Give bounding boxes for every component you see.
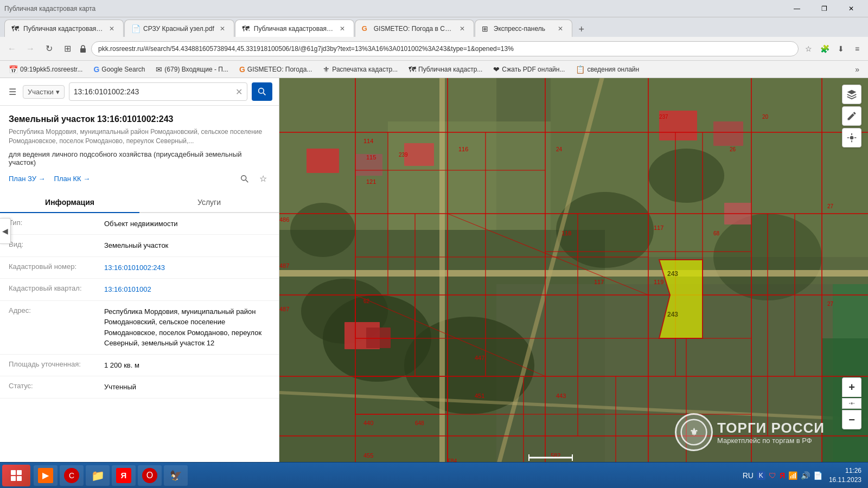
tab-1[interactable]: 🗺 Публичная кадастровая к... ✕ bbox=[4, 20, 124, 37]
tab-4[interactable]: G GISMETEO: Погода в Сара... ✕ bbox=[355, 20, 474, 37]
svg-text:487: 487 bbox=[279, 306, 289, 312]
plan-kk-link[interactable]: План КК → bbox=[54, 175, 91, 183]
svg-rect-108 bbox=[11, 470, 16, 475]
search-button[interactable] bbox=[252, 82, 272, 101]
info-row-status: Статус: Учтенный bbox=[0, 376, 279, 399]
bookmark-1[interactable]: 📅 09:19pkk5.rosreestr... bbox=[4, 64, 87, 75]
tab-favicon-5: ⊞ bbox=[482, 24, 490, 33]
bookmarks-more-button[interactable]: » bbox=[851, 64, 864, 75]
panel-collapse-button[interactable]: ◀ bbox=[0, 218, 11, 244]
svg-text:443: 443 bbox=[556, 393, 566, 399]
location-button[interactable] bbox=[842, 128, 861, 147]
search-input[interactable] bbox=[74, 87, 235, 96]
tab-close-1[interactable]: ✕ bbox=[107, 24, 117, 34]
torgi-watermark: ⚜ ТОРГИ РОССИ Маркетплейс по торгам в РФ bbox=[675, 413, 825, 451]
plan-zu-link[interactable]: План ЗУ → bbox=[9, 175, 46, 183]
tab-favicon-4: G bbox=[362, 24, 371, 33]
tray-security-icon[interactable]: 🛡 bbox=[769, 471, 776, 480]
tray-volume-icon[interactable]: 🔊 bbox=[801, 471, 810, 480]
address-input[interactable] bbox=[91, 41, 799, 56]
bookmark-8[interactable]: 📋 сведения онлайн bbox=[571, 64, 643, 75]
svg-text:27: 27 bbox=[827, 301, 834, 307]
svg-text:487: 487 bbox=[279, 262, 289, 269]
sidebar-menu-icon[interactable]: ☰ bbox=[7, 85, 18, 99]
extension-icon[interactable]: 🧩 bbox=[818, 42, 831, 55]
tab-title-5: Экспресс-панель bbox=[494, 25, 552, 33]
bookmark-icon-1: 📅 bbox=[9, 65, 18, 74]
search-clear-icon[interactable]: ✕ bbox=[235, 87, 242, 97]
value-cadastral-quarter[interactable]: 13:16:0101002 bbox=[104, 284, 270, 295]
reload-button[interactable]: ↻ bbox=[41, 41, 56, 56]
star-icon[interactable]: ☆ bbox=[802, 42, 815, 55]
svg-text:27: 27 bbox=[827, 203, 834, 209]
tray-yandex-icon[interactable]: Я bbox=[780, 471, 785, 480]
tab-2[interactable]: 📄 СРЗУ Красный узел.pdf ✕ bbox=[124, 20, 234, 37]
maximize-button[interactable]: ❐ bbox=[812, 2, 837, 15]
taskbar-date: 16.11.2023 bbox=[829, 476, 861, 485]
svg-text:239: 239 bbox=[399, 152, 408, 158]
torgi-subtitle: Маркетплейс по торгам в РФ bbox=[717, 436, 825, 445]
tab-3[interactable]: 🗺 Публичная кадастровая к... ✕ bbox=[235, 20, 354, 37]
svg-text:455: 455 bbox=[363, 452, 373, 459]
taskbar-folder[interactable]: 📁 bbox=[86, 465, 110, 486]
taskbar-app5[interactable]: 🦅 bbox=[164, 465, 188, 486]
bookmark-7[interactable]: ❤ Сжать PDF онлайн... bbox=[489, 64, 569, 75]
bookmark-3[interactable]: ✉ (679) Входящие - П... bbox=[151, 64, 233, 75]
svg-line-2 bbox=[263, 93, 265, 95]
bookmark-label-8: сведения онлайн bbox=[587, 66, 639, 73]
search-on-map-icon[interactable] bbox=[238, 172, 252, 186]
bookmark-6[interactable]: 🗺 Публичная кадастр... bbox=[404, 64, 487, 75]
tab-favicon-1: 🗺 bbox=[11, 24, 20, 33]
tab-info[interactable]: Информация bbox=[0, 192, 139, 213]
tab-services[interactable]: Услуги bbox=[139, 192, 279, 213]
back-button[interactable]: ← bbox=[4, 41, 20, 56]
search-type-selector[interactable]: Участки ▾ bbox=[23, 85, 65, 99]
taskbar-yandex[interactable]: Я bbox=[112, 465, 136, 486]
value-cadastral-number[interactable]: 13:16:0101002:243 bbox=[104, 262, 270, 273]
tab-close-2[interactable]: ✕ bbox=[218, 24, 227, 34]
bookmark-4[interactable]: G GISMETEO: Погода... bbox=[235, 64, 316, 75]
svg-text:440: 440 bbox=[363, 420, 373, 426]
zoom-in-button[interactable]: + bbox=[842, 377, 861, 397]
svg-text:⚜: ⚜ bbox=[690, 426, 698, 438]
taskbar-media-player[interactable]: ▶ bbox=[34, 465, 58, 486]
tab-5[interactable]: ⊞ Экспресс-панель ✕ bbox=[475, 20, 572, 37]
tray-lang-icon[interactable]: RU bbox=[743, 471, 754, 480]
tray-k-icon[interactable]: K bbox=[757, 471, 765, 480]
tab-close-4[interactable]: ✕ bbox=[457, 24, 467, 34]
bookmark-icon-4: G bbox=[239, 65, 245, 74]
draw-button[interactable] bbox=[842, 106, 861, 126]
menu-icon[interactable]: ≡ bbox=[851, 42, 864, 55]
taskbar-time: 11:26 bbox=[829, 466, 861, 476]
minimize-button[interactable]: — bbox=[784, 2, 809, 15]
bookmark-icon-6: 🗺 bbox=[409, 65, 416, 74]
forward-button[interactable]: → bbox=[23, 41, 38, 56]
close-button[interactable]: ✕ bbox=[839, 2, 864, 15]
layers-button[interactable] bbox=[842, 85, 861, 104]
value-area: 1 200 кв. м bbox=[104, 360, 270, 371]
start-button[interactable] bbox=[2, 465, 30, 486]
sidebar: ☰ Участки ▾ ✕ Земельный уча bbox=[0, 78, 279, 462]
svg-text:115: 115 bbox=[366, 154, 376, 160]
download-icon[interactable]: ⬇ bbox=[834, 42, 847, 55]
svg-point-15 bbox=[648, 149, 724, 203]
svg-text:20: 20 bbox=[762, 114, 769, 120]
map-area[interactable]: 13 114 115 239 121 116 24 237 20 26 118 … bbox=[279, 78, 868, 462]
tray-pdf-icon[interactable]: 📄 bbox=[813, 471, 822, 480]
svg-text:26: 26 bbox=[730, 146, 736, 152]
tab-close-3[interactable]: ✕ bbox=[337, 24, 347, 34]
svg-text:62: 62 bbox=[363, 298, 370, 304]
zoom-out-button[interactable]: − bbox=[842, 410, 861, 429]
tray-network-icon[interactable]: 📶 bbox=[788, 471, 797, 480]
taskbar-opera[interactable]: O bbox=[138, 465, 162, 486]
tab-close-5[interactable]: ✕ bbox=[556, 24, 565, 34]
tab-title-1: Публичная кадастровая к... bbox=[23, 25, 104, 33]
favorite-icon[interactable]: ☆ bbox=[256, 172, 270, 186]
bookmark-2[interactable]: G Google Search bbox=[89, 64, 149, 75]
svg-rect-29 bbox=[366, 328, 391, 348]
grid-button[interactable]: ⊞ bbox=[60, 41, 75, 56]
bookmark-icon-7: ❤ bbox=[493, 65, 500, 74]
bookmark-5[interactable]: ⚜ Распечатка кадастр... bbox=[318, 64, 402, 75]
new-tab-button[interactable]: + bbox=[573, 22, 590, 37]
taskbar-comodo[interactable]: C bbox=[60, 465, 84, 486]
